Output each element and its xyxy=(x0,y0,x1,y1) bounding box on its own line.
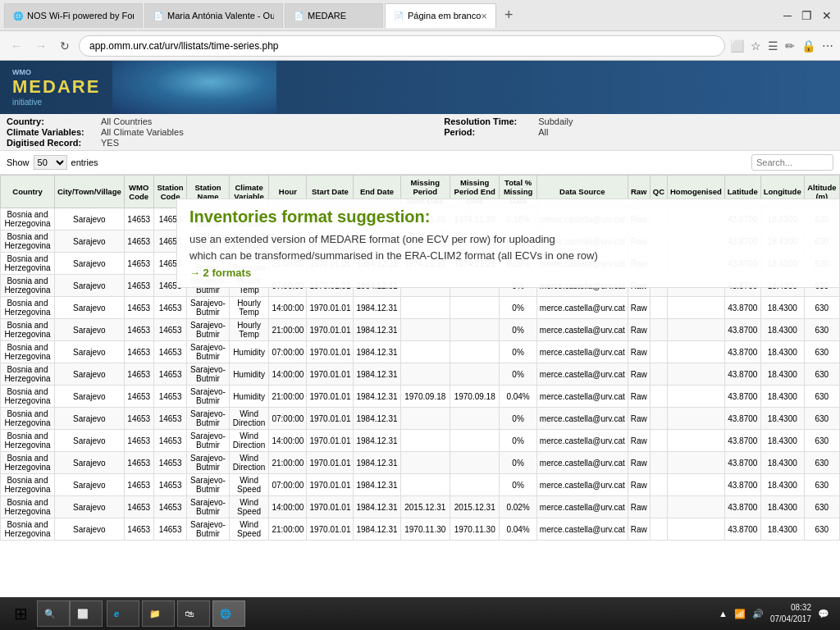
table-cell: Raw xyxy=(628,452,650,474)
table-cell: Bosnia and Herzegovina xyxy=(1,363,55,386)
resolution-value: Subdaily xyxy=(538,116,573,126)
minimize-button[interactable]: ─ xyxy=(779,9,796,22)
table-cell: 07:00:00 xyxy=(269,474,307,496)
table-cell: 1970.11.30 xyxy=(400,518,450,541)
store-icon: 🛍 xyxy=(185,609,194,619)
url-bar[interactable] xyxy=(79,35,725,57)
table-cell: Sarajevo-Butmir xyxy=(187,319,229,341)
taskbar-store[interactable]: 🛍 xyxy=(177,600,210,627)
table-cell: 43.8700 xyxy=(724,474,760,496)
notification-icon[interactable]: 💬 xyxy=(818,609,829,619)
table-cell: 630 xyxy=(804,363,839,386)
tab-close-button[interactable]: × xyxy=(481,10,487,22)
table-cell xyxy=(650,297,667,319)
table-cell: Raw xyxy=(628,341,650,363)
table-cell: 630 xyxy=(804,341,839,363)
new-tab-button[interactable]: + xyxy=(498,7,520,24)
taskbar-clock[interactable]: 08:32 07/04/2017 xyxy=(770,602,811,625)
taskbar-task-view[interactable]: ⬜ xyxy=(70,600,103,627)
table-cell: 18.4300 xyxy=(760,297,804,319)
table-cell: Sarajevo xyxy=(54,518,124,541)
table-cell xyxy=(650,430,667,452)
table-cell: Bosnia and Herzegovina xyxy=(1,275,55,297)
table-row: Bosnia and HerzegovinaSarajevo1465314653… xyxy=(1,319,840,341)
table-cell: 43.8700 xyxy=(724,430,760,452)
refresh-button[interactable]: ↻ xyxy=(56,38,74,54)
table-cell: 14653 xyxy=(153,319,187,341)
entries-label: entries xyxy=(71,158,98,167)
table-cell: 2015.12.31 xyxy=(400,496,450,518)
table-cell: 14653 xyxy=(124,430,153,452)
table-row: Bosnia and HerzegovinaSarajevo1465314653… xyxy=(1,518,840,541)
tab-nos-label: NOS Wi-Fi powered by Fon xyxy=(27,11,134,21)
taskbar-chrome[interactable]: 🌐 xyxy=(212,600,245,627)
table-cell: 14:00:00 xyxy=(269,297,307,319)
suggestion-title: Inventories format suggestion: xyxy=(189,208,827,226)
medare-title: MEDARE xyxy=(12,76,100,98)
table-cell: Bosnia and Herzegovina xyxy=(1,430,55,452)
table-cell: 630 xyxy=(804,408,839,430)
maximize-button[interactable]: ❐ xyxy=(797,9,816,22)
tab-nos[interactable]: 🌐 NOS Wi-Fi powered by Fon xyxy=(4,3,143,28)
table-cell xyxy=(650,518,667,541)
start-button[interactable]: ⊞ xyxy=(4,600,37,628)
tab-maria[interactable]: 📄 Maria Antónia Valente - Ou xyxy=(144,3,283,28)
filter-period: Period: All xyxy=(444,127,833,137)
chrome-icon: 🌐 xyxy=(220,609,231,619)
col-city[interactable]: City/Town/Village xyxy=(54,176,124,208)
taskbar-folder[interactable]: 📁 xyxy=(142,600,175,627)
table-cell xyxy=(450,341,500,363)
show-label: Show xyxy=(7,158,30,167)
clock-date: 07/04/2017 xyxy=(770,614,811,625)
table-cell: 1970.11.30 xyxy=(450,518,500,541)
taskbar-edge[interactable]: e xyxy=(107,600,139,627)
tools-icon[interactable]: ✏ xyxy=(785,39,795,52)
table-cell: 0.04% xyxy=(500,518,537,541)
tray-arrow[interactable]: ▲ xyxy=(719,609,728,619)
tab-medare[interactable]: 📄 MEDARE xyxy=(285,3,383,28)
table-cell: Sarajevo-Butmir xyxy=(187,474,229,496)
table-cell: 1970.01.01 xyxy=(307,496,354,518)
browser-tabs: 🌐 NOS Wi-Fi powered by Fon 📄 Maria Antón… xyxy=(0,0,840,31)
digitised-label: Digitised Record: xyxy=(7,138,97,148)
clock-time: 08:32 xyxy=(770,602,811,614)
table-cell: merce.castella@urv.cat xyxy=(536,297,628,319)
taskbar-search[interactable]: 🔍 xyxy=(37,600,70,627)
table-cell: Bosnia and Herzegovina xyxy=(1,496,55,518)
table-cell: Sarajevo xyxy=(54,496,124,518)
table-controls: Show 50 25 100 entries xyxy=(0,151,840,175)
close-button[interactable]: ✕ xyxy=(818,9,836,22)
table-cell: 1984.12.31 xyxy=(354,474,400,496)
forward-button[interactable]: → xyxy=(31,38,51,54)
table-cell: 14653 xyxy=(124,208,153,231)
taskbar-tray: ▲ 📶 🔊 08:32 07/04/2017 💬 xyxy=(712,602,836,625)
country-label: Country: xyxy=(7,116,97,126)
more-icon[interactable]: ⋯ xyxy=(822,39,833,52)
globe-visual xyxy=(112,61,276,114)
table-cell: 18.4300 xyxy=(760,496,804,518)
table-row: Bosnia and HerzegovinaSarajevo1465314653… xyxy=(1,452,840,474)
show-entries-control: Show 50 25 100 entries xyxy=(7,155,98,170)
table-cell: Sarajevo-Butmir xyxy=(187,496,229,518)
star-icon[interactable]: ☆ xyxy=(751,39,761,52)
tray-volume[interactable]: 🔊 xyxy=(752,609,764,619)
table-cell: merce.castella@urv.cat xyxy=(536,386,628,408)
back-button[interactable]: ← xyxy=(7,38,26,54)
entries-select[interactable]: 50 25 100 xyxy=(34,155,67,170)
table-cell: 1984.12.31 xyxy=(354,297,400,319)
tray-network[interactable]: 📶 xyxy=(734,609,746,619)
table-cell: 14653 xyxy=(153,430,187,452)
filter-climate: Climate Variables: All Climate Variables xyxy=(7,127,444,137)
period-value: All xyxy=(538,127,548,137)
search-input[interactable] xyxy=(751,154,833,171)
col-country[interactable]: Country xyxy=(1,176,55,208)
col-wmo[interactable]: WMO Code xyxy=(124,176,153,208)
tab-blank[interactable]: 📄 Página em branco × xyxy=(385,3,496,28)
table-cell xyxy=(668,430,725,452)
table-cell: Wind Direction xyxy=(229,452,269,474)
table-cell: Raw xyxy=(628,430,650,452)
table-cell: 18.4300 xyxy=(760,474,804,496)
menu-icon[interactable]: ☰ xyxy=(768,39,778,52)
table-cell xyxy=(668,319,725,341)
table-cell: 43.8700 xyxy=(724,319,760,341)
